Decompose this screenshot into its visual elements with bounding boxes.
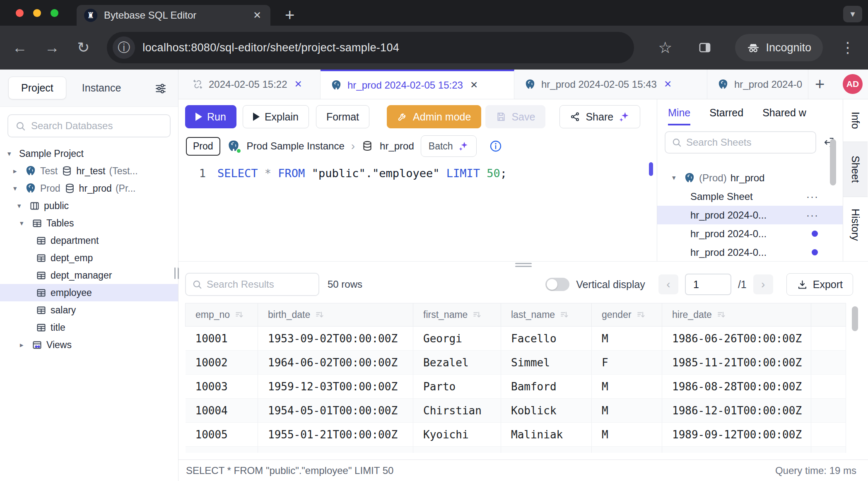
table-cell[interactable]: 10005: [186, 423, 258, 447]
ai-sparkle-icon[interactable]: [618, 111, 630, 123]
table-cell[interactable]: Kyoichi: [413, 423, 501, 447]
chevron-down-icon[interactable]: ▾: [20, 219, 31, 228]
bookmark-star-icon[interactable]: ☆: [658, 38, 672, 57]
close-tab-icon[interactable]: ✕: [662, 78, 673, 91]
chevron-down-icon[interactable]: ▾: [672, 173, 684, 182]
export-button[interactable]: Export: [786, 273, 853, 296]
chevron-down-icon[interactable]: ▾: [13, 184, 25, 193]
table-cell[interactable]: M: [592, 399, 662, 423]
browser-menu-icon[interactable]: ⋮: [840, 39, 856, 56]
tab-mine[interactable]: Mine: [668, 107, 690, 125]
share-button[interactable]: Share: [559, 105, 640, 128]
close-tab-icon[interactable]: ✕: [251, 10, 263, 21]
zoom-window-button[interactable]: [51, 9, 58, 17]
sheet-menu-icon[interactable]: ···: [806, 209, 819, 221]
table-cell[interactable]: 1986-08-28T00:00:00Z: [662, 375, 811, 399]
browser-tab[interactable]: ♜ Bytebase SQL Editor ✕: [77, 5, 270, 26]
rail-tab-info[interactable]: Info: [843, 99, 868, 142]
table-cell[interactable]: 10004: [186, 399, 258, 423]
editor-tab[interactable]: 2024-02-05 15:22✕: [182, 70, 321, 99]
table-cell[interactable]: M: [592, 423, 662, 447]
sort-icon[interactable]: [473, 310, 481, 319]
search-results-input[interactable]: [207, 279, 313, 290]
forward-icon[interactable]: →: [45, 40, 60, 55]
sheet-item[interactable]: hr_prod 2024-0...: [657, 224, 843, 243]
table-cell[interactable]: Bezalel: [413, 351, 501, 375]
rail-tab-sheet[interactable]: Sheet: [843, 142, 868, 197]
table-cell[interactable]: Simmel: [501, 351, 592, 375]
add-sheet-button[interactable]: +: [815, 75, 825, 94]
table-cell[interactable]: 1959-12-03T00:00:00Z: [258, 375, 413, 399]
table-cell[interactable]: 1953-09-02T00:00:00Z: [258, 327, 413, 351]
format-button[interactable]: Format: [316, 105, 369, 128]
batch-button[interactable]: Batch: [421, 135, 477, 157]
sql-editor[interactable]: 1 SELECT * FROM "public"."employee" LIMI…: [178, 161, 657, 180]
table-cell[interactable]: Parto: [413, 375, 501, 399]
sort-icon[interactable]: [560, 310, 569, 319]
sort-icon[interactable]: [235, 310, 244, 319]
vertical-display-toggle[interactable]: [545, 278, 569, 291]
search-results-box[interactable]: [185, 273, 319, 296]
results-scrollbar-thumb[interactable]: [852, 306, 858, 331]
table-cell[interactable]: 1989-06-02T00:00:00Z: [662, 447, 811, 453]
column-header[interactable]: birth_date: [258, 303, 413, 327]
filter-sliders-icon[interactable]: [154, 82, 167, 95]
instance-name[interactable]: Prod Sample Instance: [247, 140, 345, 152]
save-button[interactable]: Save: [485, 105, 545, 128]
editor-scrollbar-thumb[interactable]: [649, 162, 653, 176]
search-sheets-box[interactable]: [665, 131, 816, 154]
table-cell[interactable]: Maliniak: [501, 423, 592, 447]
column-header[interactable]: emp_no: [186, 303, 258, 327]
table-cell[interactable]: F: [592, 351, 662, 375]
tree-item[interactable]: dept_emp: [0, 249, 178, 267]
table-cell[interactable]: 1986-06-26T00:00:00Z: [662, 327, 811, 351]
connection-info-icon[interactable]: [489, 139, 502, 153]
page-number-input[interactable]: [685, 274, 731, 295]
explain-button[interactable]: Explain: [243, 105, 309, 128]
resize-grip-icon[interactable]: [515, 263, 532, 267]
tab-shared-with-me[interactable]: Shared w: [762, 107, 806, 125]
column-header[interactable]: gender: [592, 303, 662, 327]
sheet-item[interactable]: Sample Sheet···: [657, 187, 843, 206]
column-header[interactable]: hire_date: [662, 303, 811, 327]
new-tab-button[interactable]: +: [285, 6, 294, 24]
sort-icon[interactable]: [717, 310, 726, 319]
tab-search-chevron-icon[interactable]: ▾: [843, 6, 862, 22]
sheet-group[interactable]: ▾(Prod) hr_prod: [657, 168, 843, 187]
run-button[interactable]: Run: [185, 105, 236, 128]
sort-icon[interactable]: [315, 310, 324, 319]
close-window-button[interactable]: [16, 9, 24, 17]
tree-item[interactable]: department: [0, 232, 178, 249]
tab-instance[interactable]: Instance: [82, 82, 121, 94]
tree-item[interactable]: employee: [0, 284, 178, 301]
tree-item[interactable]: dept_manager: [0, 267, 178, 284]
tree-item[interactable]: ▾Prodhr_prod(Pr...: [0, 180, 178, 197]
table-cell[interactable]: 1985-11-21T00:00:00Z: [662, 351, 811, 375]
tree-item[interactable]: ▾Tables: [0, 214, 178, 232]
chevron-down-icon[interactable]: ▾: [7, 149, 19, 158]
table-cell[interactable]: 1955-01-21T00:00:00Z: [258, 423, 413, 447]
sheet-item[interactable]: hr_prod 2024-0...: [657, 243, 843, 261]
search-databases-box[interactable]: [7, 114, 171, 137]
next-page-button[interactable]: ›: [753, 274, 773, 294]
table-cell[interactable]: Chirstian: [413, 399, 501, 423]
table-cell[interactable]: 1964-06-02T00:00:00Z: [258, 351, 413, 375]
editor-tab[interactable]: hr_prod 2024-02-05 15:43✕: [514, 70, 707, 99]
admin-mode-button[interactable]: Admin mode: [387, 105, 481, 128]
close-tab-icon[interactable]: ✕: [293, 78, 304, 91]
table-cell[interactable]: Facello: [501, 327, 592, 351]
tree-item[interactable]: ▾Sample Project: [0, 145, 178, 162]
tree-item[interactable]: title: [0, 319, 178, 336]
sheet-menu-icon[interactable]: ···: [806, 191, 819, 202]
chevron-down-icon[interactable]: ▾: [17, 202, 29, 210]
site-info-icon[interactable]: ⓘ: [113, 36, 135, 59]
table-cell[interactable]: Koblick: [501, 399, 592, 423]
table-cell[interactable]: 10001: [186, 327, 258, 351]
chevron-right-icon[interactable]: ▸: [20, 341, 31, 349]
side-panel-icon[interactable]: [698, 41, 712, 55]
table-cell[interactable]: M: [592, 327, 662, 351]
column-header[interactable]: first_name: [413, 303, 501, 327]
table-cell[interactable]: M: [592, 375, 662, 399]
tree-item[interactable]: ▸Views: [0, 336, 178, 354]
table-cell[interactable]: 10006: [186, 447, 258, 453]
